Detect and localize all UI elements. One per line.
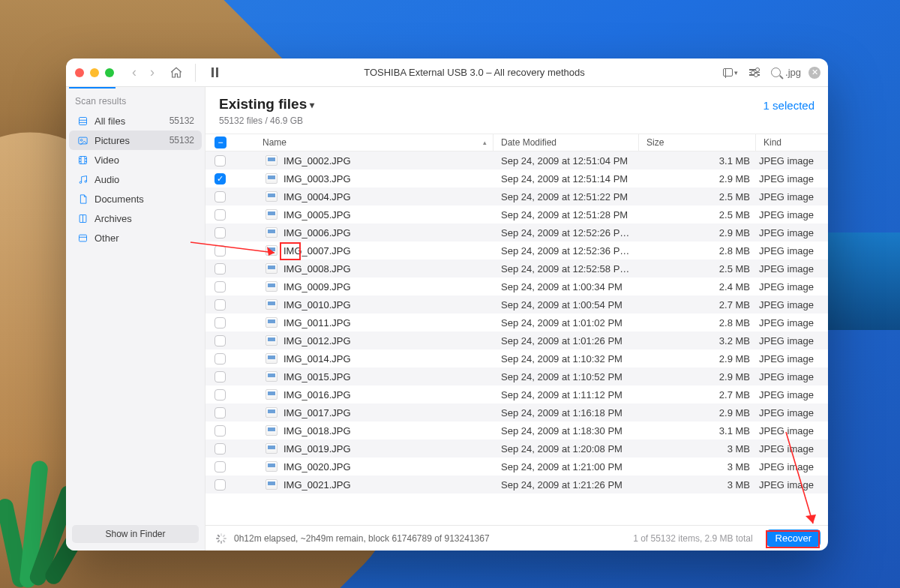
file-size: 3.2 MB	[639, 335, 756, 346]
app-window: ‹ › TOSHIBA External USB 3.0 – All recov…	[66, 58, 828, 550]
column-header-date[interactable]: Date Modified	[494, 134, 639, 151]
file-date: Sep 24, 2009 at 1:01:02 PM	[494, 317, 639, 328]
nav-back-button[interactable]: ‹	[126, 64, 142, 81]
view-mode-button[interactable]: ▾	[723, 65, 738, 80]
table-row[interactable]: ✓IMG_0003.JPGSep 24, 2009 at 12:51:14 PM…	[206, 170, 828, 188]
file-date: Sep 24, 2009 at 1:00:34 PM	[494, 281, 639, 292]
titlebar: ‹ › TOSHIBA External USB 3.0 – All recov…	[66, 58, 828, 87]
file-thumb-icon	[266, 371, 278, 382]
file-date: Sep 24, 2009 at 1:10:52 PM	[494, 371, 639, 382]
row-checkbox[interactable]	[214, 353, 226, 364]
svg-rect-16	[79, 235, 86, 242]
file-name: IMG_0002.JPG	[284, 155, 351, 166]
file-kind: JPEG image	[756, 461, 825, 472]
search-field[interactable]: .jpg ✕	[771, 67, 820, 79]
table-row[interactable]: IMG_0019.JPGSep 24, 2009 at 1:20:08 PM3 …	[206, 440, 828, 458]
file-name: IMG_0003.JPG	[284, 173, 351, 184]
recover-button[interactable]: Recover	[766, 530, 820, 547]
table-row[interactable]: IMG_0018.JPGSep 24, 2009 at 1:18:30 PM3.…	[206, 422, 828, 440]
row-checkbox[interactable]	[214, 443, 226, 454]
window-controls	[75, 68, 114, 77]
home-button[interactable]	[168, 64, 184, 81]
sidebar-item-label: Pictures	[94, 135, 164, 146]
file-size: 2.8 MB	[639, 317, 756, 328]
table-row[interactable]: IMG_0011.JPGSep 24, 2009 at 1:01:02 PM2.…	[206, 314, 828, 332]
row-checkbox[interactable]	[214, 281, 226, 292]
column-header-name[interactable]: Name ▴	[242, 134, 494, 151]
row-checkbox[interactable]	[214, 155, 226, 166]
row-checkbox[interactable]	[214, 389, 226, 400]
sidebar-item-other[interactable]: Other	[69, 228, 202, 248]
file-name: IMG_0020.JPG	[284, 461, 351, 472]
row-checkbox[interactable]	[214, 299, 226, 310]
file-size: 2.9 MB	[639, 371, 756, 382]
minimize-window-button[interactable]	[90, 68, 99, 77]
deselect-all-button[interactable]: −	[214, 136, 226, 148]
sidebar-item-video[interactable]: Video	[69, 150, 202, 170]
pause-scan-button[interactable]	[206, 64, 223, 81]
sidebar-item-all-files[interactable]: All files55132	[69, 111, 202, 130]
file-name: IMG_0009.JPG	[284, 281, 351, 292]
row-checkbox[interactable]	[214, 191, 226, 202]
file-name: IMG_0008.JPG	[284, 263, 351, 274]
content-heading-button[interactable]: Existing files ▾	[219, 96, 314, 112]
row-checkbox[interactable]	[214, 479, 226, 490]
table-row[interactable]: IMG_0010.JPGSep 24, 2009 at 1:00:54 PM2.…	[206, 296, 828, 314]
table-row[interactable]: IMG_0016.JPGSep 24, 2009 at 1:11:12 PM2.…	[206, 386, 828, 404]
filter-sliders-button[interactable]	[747, 65, 762, 80]
row-checkbox[interactable]	[214, 461, 226, 472]
file-kind: JPEG image	[756, 281, 825, 292]
clear-search-button[interactable]: ✕	[808, 67, 820, 79]
file-kind: JPEG image	[756, 317, 825, 328]
table-row[interactable]: IMG_0012.JPGSep 24, 2009 at 1:01:26 PM3.…	[206, 332, 828, 350]
sidebar-item-archives[interactable]: Archives	[69, 208, 202, 228]
file-size: 2.9 MB	[639, 227, 756, 238]
sidebar-item-audio[interactable]: Audio	[69, 170, 202, 189]
sidebar-item-pictures[interactable]: Pictures55132	[69, 130, 202, 150]
nav-forward-button[interactable]: ›	[144, 64, 160, 81]
sidebar-item-documents[interactable]: Documents	[69, 189, 202, 208]
row-checkbox[interactable]	[214, 425, 226, 436]
table-row[interactable]: IMG_0014.JPGSep 24, 2009 at 1:10:32 PM2.…	[206, 350, 828, 368]
table-row[interactable]: IMG_0009.JPGSep 24, 2009 at 1:00:34 PM2.…	[206, 278, 828, 296]
search-value: .jpg	[785, 67, 801, 78]
sidebar-item-label: Other	[94, 232, 194, 244]
music-icon	[76, 173, 88, 185]
table-row[interactable]: IMG_0007.JPGSep 24, 2009 at 12:52:36 P…2…	[206, 242, 828, 260]
file-size: 2.7 MB	[639, 389, 756, 400]
file-kind: JPEG image	[756, 443, 825, 454]
row-checkbox[interactable]	[214, 227, 226, 238]
column-header-kind[interactable]: Kind	[756, 137, 825, 148]
file-thumb-icon	[266, 245, 278, 256]
row-checkbox[interactable]	[214, 263, 226, 274]
zoom-window-button[interactable]	[105, 68, 114, 77]
row-checkbox[interactable]	[214, 407, 226, 418]
table-row[interactable]: IMG_0021.JPGSep 24, 2009 at 1:21:26 PM3 …	[206, 476, 828, 494]
table-row[interactable]: IMG_0005.JPGSep 24, 2009 at 12:51:28 PM2…	[206, 206, 828, 224]
file-thumb-icon	[266, 353, 278, 364]
table-row[interactable]: IMG_0004.JPGSep 24, 2009 at 12:51:22 PM2…	[206, 188, 828, 206]
table-row[interactable]: IMG_0002.JPGSep 24, 2009 at 12:51:04 PM3…	[206, 152, 828, 170]
table-row[interactable]: IMG_0017.JPGSep 24, 2009 at 1:16:18 PM2.…	[206, 404, 828, 422]
status-bar: 0h12m elapsed, ~2h49m remain, block 6174…	[206, 525, 828, 550]
table-row[interactable]: IMG_0015.JPGSep 24, 2009 at 1:10:52 PM2.…	[206, 368, 828, 386]
file-table-body: IMG_0002.JPGSep 24, 2009 at 12:51:04 PM3…	[206, 152, 828, 525]
row-checkbox[interactable]	[214, 209, 226, 220]
file-size: 2.9 MB	[639, 173, 756, 184]
table-row[interactable]: IMG_0008.JPGSep 24, 2009 at 12:52:58 P…2…	[206, 260, 828, 278]
column-header-size[interactable]: Size	[639, 134, 756, 151]
file-size: 2.5 MB	[639, 191, 756, 202]
row-checkbox[interactable]	[214, 335, 226, 346]
row-checkbox[interactable]	[214, 245, 226, 256]
row-checkbox[interactable]: ✓	[214, 173, 226, 184]
svg-rect-0	[79, 117, 86, 124]
table-row[interactable]: IMG_0020.JPGSep 24, 2009 at 1:21:00 PM3 …	[206, 458, 828, 476]
table-row[interactable]: IMG_0006.JPGSep 24, 2009 at 12:52:26 P…2…	[206, 224, 828, 242]
row-checkbox[interactable]	[214, 317, 226, 328]
close-window-button[interactable]	[75, 68, 84, 77]
file-thumb-icon	[266, 461, 278, 472]
file-thumb-icon	[266, 425, 278, 436]
show-in-finder-button[interactable]: Show in Finder	[72, 525, 199, 543]
row-checkbox[interactable]	[214, 371, 226, 382]
sidebar-item-label: Archives	[94, 213, 194, 224]
